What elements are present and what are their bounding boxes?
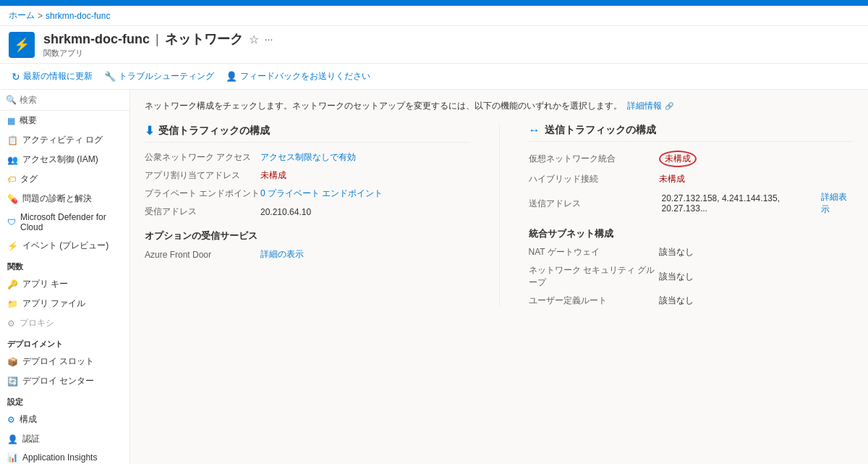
cards-row: ⬇ 受信トラフィックの構成 公衆ネットワーク アクセス アクセス制限なしで有効 … (145, 124, 854, 307)
optional-label-0: Azure Front Door (145, 250, 260, 260)
refresh-button[interactable]: ↻ 最新の情報に更新 (12, 70, 93, 83)
defender-icon: 🛡 (7, 217, 16, 227)
app-subtitle: 関数アプリ (43, 48, 273, 59)
outbound-label-0: 仮想ネットワーク統合 (529, 153, 659, 165)
sidebar-item-config[interactable]: ⚙ 構成 (0, 410, 129, 429)
sidebar-item-defender[interactable]: 🛡 Microsoft Defender for Cloud (0, 208, 129, 236)
inbound-row-1: アプリ割り当てアドレス 未構成 (145, 169, 470, 182)
sidebar-label-config: 構成 (20, 413, 37, 426)
external-link-icon: 🔗 (665, 102, 673, 110)
sidebar-label-deploy-slots: デプロイ スロット (22, 355, 94, 368)
outbound-detail-link[interactable]: 詳細表示 (821, 191, 854, 216)
sidebar-item-proxy: ⚙ プロキシ (0, 313, 129, 333)
section-settings: 設定 (0, 391, 129, 410)
outbound-icon: ↔ (529, 124, 540, 137)
activity-log-icon: 📋 (7, 135, 18, 145)
optional-services-title: オプションの受信サービス (145, 229, 470, 242)
tags-icon: 🏷 (7, 174, 16, 185)
inbound-label-1: アプリ割り当てアドレス (145, 169, 260, 182)
sidebar-item-auth[interactable]: 👤 認証 (0, 429, 129, 449)
main-layout: 🔍 « ▦ 概要 📋 アクティビティ ログ 👥 アクセス制御 (IAM) 🏷 タ… (0, 90, 868, 464)
troubleshoot-button[interactable]: 🔧 トラブルシューティング (104, 70, 214, 83)
breadcrumb-resource[interactable]: shrkmn-doc-func (46, 11, 110, 21)
inbound-icon: ⬇ (145, 124, 154, 138)
sidebar-item-app-keys[interactable]: 🔑 アプリ キー (0, 274, 129, 294)
star-icon[interactable]: ☆ (249, 33, 259, 46)
app-files-icon: 📁 (7, 299, 18, 309)
app-keys-icon: 🔑 (7, 279, 18, 290)
sidebar-item-activity-log[interactable]: 📋 アクティビティ ログ (0, 130, 129, 150)
sidebar-item-access-control[interactable]: 👥 アクセス制御 (IAM) (0, 150, 129, 169)
sidebar-label-defender: Microsoft Defender for Cloud (20, 212, 122, 232)
deploy-slots-icon: 📦 (7, 357, 18, 367)
app-insights-icon: 📊 (7, 452, 18, 463)
main-content: ネットワーク構成をチェックします。ネットワークのセットアップを変更するには、以下… (130, 90, 868, 464)
outbound-label-2: 送信アドレス (529, 198, 659, 210)
breadcrumb: ホーム > shrkmn-doc-func (0, 6, 868, 26)
outbound-title: 送信トラフィックの構成 (545, 124, 656, 137)
sidebar-item-deploy-center[interactable]: 🔄 デプロイ センター (0, 371, 129, 391)
page-header: ⚡ shrkmn-doc-func | ネットワーク ☆ ··· 関数アプリ (0, 26, 868, 64)
deploy-center-icon: 🔄 (7, 376, 18, 387)
proxy-icon: ⚙ (7, 319, 15, 329)
diagnose-icon: 💊 (7, 194, 18, 204)
subnet-row-0: NAT ゲートウェイ 該当なし (529, 246, 854, 258)
outbound-value-1: 未構成 (659, 173, 685, 185)
inbound-value-0[interactable]: アクセス制限なしで有効 (260, 151, 356, 164)
outbound-label-1: ハイブリッド接続 (529, 173, 659, 185)
subnet-label-1: ネットワーク セキュリティ グループ (529, 264, 659, 289)
subnet-row-1: ネットワーク セキュリティ グループ 該当なし (529, 264, 854, 289)
sidebar-item-app-insights[interactable]: 📊 Application Insights (0, 449, 129, 464)
optional-value-0[interactable]: 詳細の表示 (260, 248, 304, 261)
outbound-card: ↔ 送信トラフィックの構成 仮想ネットワーク統合 未構成 ハイブリッド接続 未構… (500, 124, 854, 307)
subnet-value-1: 該当なし (659, 271, 694, 283)
sidebar-label-app-files: アプリ ファイル (22, 298, 85, 310)
auth-icon: 👤 (7, 434, 18, 444)
outbound-rows: 仮想ネットワーク統合 未構成 ハイブリッド接続 未構成 送信アドレス 20.27… (529, 151, 854, 216)
toolbar: ↻ 最新の情報に更新 🔧 トラブルシューティング 👤 フィードバックをお送りくだ… (0, 64, 868, 90)
config-icon: ⚙ (7, 415, 15, 425)
sidebar-label-app-keys: アプリ キー (22, 278, 68, 290)
subnet-row-2: ユーザー定義ルート 該当なし (529, 295, 854, 307)
inbound-label-3: 受信アドレス (145, 206, 260, 218)
feedback-icon: 👤 (226, 71, 237, 82)
events-icon: ⚡ (7, 241, 18, 251)
sidebar-label-deploy-center: デプロイ センター (22, 375, 94, 387)
more-icon[interactable]: ··· (265, 33, 273, 45)
sidebar-item-app-files[interactable]: 📁 アプリ ファイル (0, 294, 129, 313)
inbound-row-0: 公衆ネットワーク アクセス アクセス制限なしで有効 (145, 151, 470, 164)
inbound-rows: 公衆ネットワーク アクセス アクセス制限なしで有効 アプリ割り当てアドレス 未構… (145, 151, 470, 218)
app-icon: ⚡ (9, 32, 35, 58)
feedback-label: フィードバックをお送りください (240, 70, 370, 83)
outbound-value-0: 未構成 (659, 151, 697, 167)
subnet-value-2: 該当なし (659, 295, 694, 307)
outbound-row-2: 送信アドレス 20.27.132.158, 4.241.144.135, 20.… (529, 191, 854, 216)
detail-info-link[interactable]: 詳細情報 (627, 101, 662, 111)
subnet-label-0: NAT ゲートウェイ (529, 246, 659, 258)
outbound-card-header: ↔ 送信トラフィックの構成 (529, 124, 854, 142)
sidebar-label-tags: タグ (20, 173, 38, 185)
sidebar-item-events[interactable]: ⚡ イベント (プレビュー) (0, 236, 129, 256)
sidebar-item-deploy-slots[interactable]: 📦 デプロイ スロット (0, 352, 129, 371)
search-input[interactable] (20, 95, 128, 105)
subnet-section-title: 統合サブネット構成 (529, 227, 854, 240)
sidebar-item-diagnose[interactable]: 💊 問題の診断と解決 (0, 189, 129, 208)
page-title: ネットワーク (165, 30, 243, 48)
overview-icon: ▦ (7, 116, 15, 126)
top-bar (0, 0, 868, 6)
inbound-label-0: 公衆ネットワーク アクセス (145, 151, 260, 164)
outbound-row-0: 仮想ネットワーク統合 未構成 (529, 151, 854, 167)
sidebar-label-auth: 認証 (22, 433, 40, 445)
subnet-rows: NAT ゲートウェイ 該当なし ネットワーク セキュリティ グループ 該当なし … (529, 246, 854, 307)
section-deployment: デプロイメント (0, 333, 129, 352)
sidebar-item-overview[interactable]: ▦ 概要 (0, 111, 129, 130)
inbound-value-2[interactable]: 0 プライベート エンドポイント (260, 187, 383, 200)
sidebar-item-tags[interactable]: 🏷 タグ (0, 169, 129, 189)
breadcrumb-home[interactable]: ホーム (9, 9, 35, 22)
breadcrumb-sep1: > (38, 11, 43, 21)
outbound-value-2: 20.27.132.158, 4.241.144.135, 20.27.133.… (662, 193, 818, 214)
subnet-value-0: 該当なし (659, 246, 694, 258)
sidebar-label-events: イベント (プレビュー) (22, 240, 109, 252)
feedback-button[interactable]: 👤 フィードバックをお送りください (226, 70, 370, 83)
inbound-value-3: 20.210.64.10 (260, 207, 311, 217)
